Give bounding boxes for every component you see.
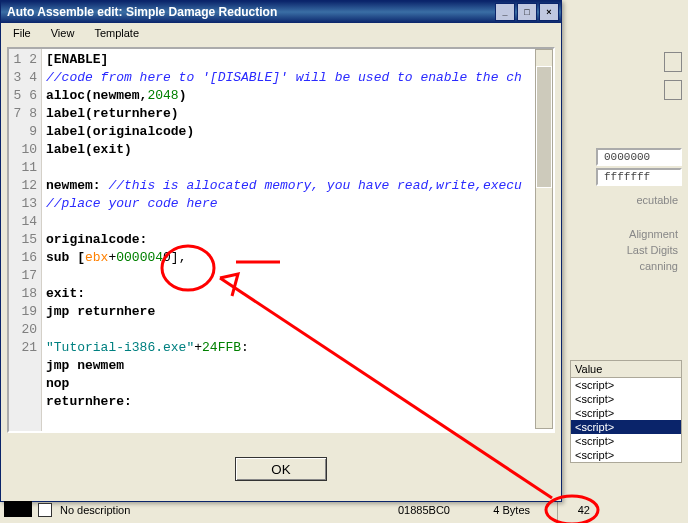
- menubar: File View Template: [1, 23, 561, 43]
- active-checkbox[interactable]: [38, 503, 52, 517]
- menu-view[interactable]: View: [43, 25, 83, 41]
- scroll-down-icon[interactable]: [536, 412, 552, 428]
- dropdown-arrow-1[interactable]: [664, 52, 682, 72]
- description-cell[interactable]: No description: [60, 504, 320, 516]
- value-item[interactable]: <script>: [571, 378, 681, 392]
- address-list-row[interactable]: No description 01885BC0 4 Bytes 42: [38, 501, 688, 519]
- line-gutter: 1 2 3 4 5 6 7 8 9 10 11 12 13 14 15 16 1…: [9, 49, 42, 431]
- type-cell[interactable]: 4 Bytes: [450, 504, 530, 516]
- minimize-button[interactable]: _: [495, 3, 515, 21]
- menu-template[interactable]: Template: [86, 25, 147, 41]
- hex-box-1[interactable]: 0000000: [596, 148, 682, 166]
- auto-assemble-window: Auto Assemble edit: Simple Damage Reduct…: [0, 0, 562, 502]
- value-item-selected[interactable]: <script>: [571, 420, 681, 434]
- value-list[interactable]: Value <script> <script> <script> <script…: [570, 360, 682, 463]
- row-handle[interactable]: [4, 501, 32, 517]
- close-button[interactable]: ×: [539, 3, 559, 21]
- window-title: Auto Assemble edit: Simple Damage Reduct…: [7, 5, 493, 19]
- scroll-thumb[interactable]: [536, 66, 552, 188]
- value-item[interactable]: <script>: [571, 448, 681, 462]
- value-item[interactable]: <script>: [571, 392, 681, 406]
- code-editor[interactable]: 1 2 3 4 5 6 7 8 9 10 11 12 13 14 15 16 1…: [7, 47, 555, 433]
- titlebar[interactable]: Auto Assemble edit: Simple Damage Reduct…: [1, 1, 561, 23]
- menu-file[interactable]: File: [5, 25, 39, 41]
- vertical-scrollbar[interactable]: [535, 49, 553, 429]
- code-area[interactable]: [ENABLE] //code from here to '[DISABLE]'…: [42, 49, 553, 431]
- cut-label-exec: ecutable: [636, 194, 678, 206]
- ok-button[interactable]: OK: [235, 457, 327, 481]
- dropdown-arrow-2[interactable]: [664, 80, 682, 100]
- hex-box-2[interactable]: fffffff: [596, 168, 682, 186]
- alignment-label: Alignment: [629, 228, 678, 240]
- scroll-up-icon[interactable]: [536, 50, 552, 66]
- value-item[interactable]: <script>: [571, 406, 681, 420]
- last-digits-label: Last Digits: [627, 244, 678, 256]
- value-header: Value: [571, 361, 681, 378]
- value-cell[interactable]: 42: [530, 504, 590, 516]
- address-cell[interactable]: 01885BC0: [320, 504, 450, 516]
- maximize-button[interactable]: □: [517, 3, 537, 21]
- scanning-label: canning: [639, 260, 678, 272]
- value-item[interactable]: <script>: [571, 434, 681, 448]
